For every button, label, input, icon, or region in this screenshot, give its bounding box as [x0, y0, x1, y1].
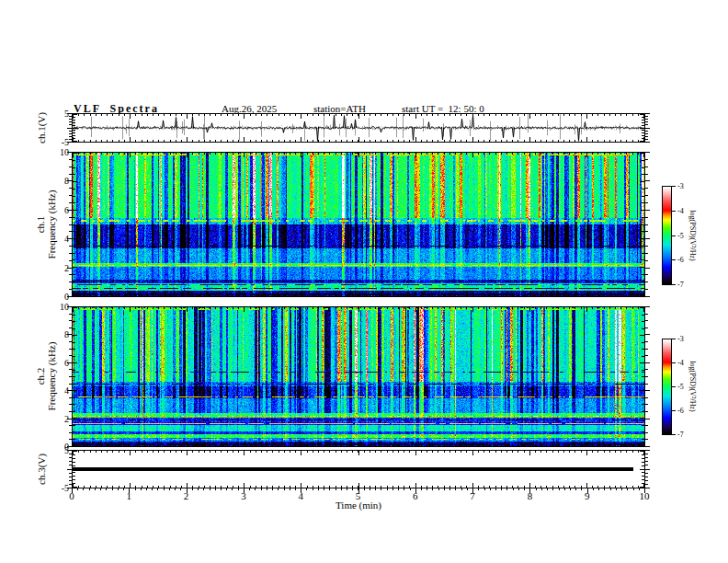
- y-minor-tick-mark: [69, 133, 72, 134]
- y-minor-tick-mark: [69, 306, 72, 307]
- y-minor-tick-mark: [645, 327, 648, 328]
- x-minor-tick-mark: [180, 488, 181, 490]
- y-minor-tick-mark: [69, 465, 72, 465]
- y-minor-tick-mark: [645, 231, 648, 232]
- y-minor-tick-mark: [69, 439, 72, 440]
- y-minor-tick-mark: [69, 159, 72, 160]
- colorbar-tick-mark: [672, 434, 676, 435]
- y-minor-tick-mark: [645, 314, 648, 315]
- x-minor-tick-mark: [100, 488, 101, 490]
- y-minor-tick-mark: [645, 306, 648, 307]
- y-minor-tick-mark: [69, 469, 72, 470]
- y-minor-tick-mark: [69, 119, 72, 120]
- x-minor-tick-mark: [278, 488, 279, 490]
- x-minor-tick-mark: [290, 488, 290, 490]
- colorbar-tick-mark: [672, 186, 676, 187]
- y-minor-tick-mark: [69, 320, 72, 321]
- y-minor-tick-mark: [69, 480, 72, 481]
- x-minor-tick-mark: [564, 488, 565, 490]
- y-minor-tick-mark: [69, 142, 72, 143]
- x-minor-tick-mark: [364, 488, 365, 490]
- y-minor-tick-mark: [645, 167, 648, 167]
- y-minor-tick-mark: [645, 174, 648, 175]
- y-minor-tick-mark: [69, 296, 72, 297]
- y-minor-tick-mark: [645, 432, 648, 433]
- y-minor-tick-mark: [645, 349, 648, 350]
- y-minor-tick-mark: [645, 124, 648, 125]
- ch1-spec-ylabel-ch: ch.1: [35, 190, 46, 259]
- colorbar-tick-mark: [672, 284, 676, 285]
- y-minor-tick-mark: [69, 152, 72, 153]
- y-minor-tick-mark: [645, 152, 648, 153]
- x-minor-tick-mark: [152, 488, 153, 490]
- y-minor-tick-mark: [69, 174, 72, 175]
- ch2-spec-ylabel-freq: Frequency (kHz): [46, 342, 57, 411]
- y-minor-tick-mark: [645, 355, 648, 356]
- x-minor-tick-mark: [421, 488, 422, 490]
- x-minor-tick-mark: [518, 488, 519, 490]
- y-minor-tick-mark: [69, 139, 72, 140]
- y-minor-tick-mark: [645, 411, 648, 412]
- y-minor-tick-mark: [645, 384, 648, 385]
- x-minor-tick-mark: [232, 488, 233, 490]
- x-minor-tick-mark: [541, 488, 542, 490]
- y-minor-tick-mark: [645, 461, 648, 462]
- y-tick-label: 4: [49, 234, 69, 244]
- x-minor-tick-mark: [146, 488, 147, 490]
- colorbar-ch1: [662, 186, 672, 285]
- y-minor-tick-mark: [645, 136, 648, 137]
- y-minor-tick-mark: [645, 268, 648, 269]
- x-minor-tick-mark: [529, 488, 530, 490]
- y-minor-tick-mark: [645, 260, 648, 261]
- colorbar-tick-mark: [672, 362, 676, 363]
- x-minor-tick-mark: [621, 488, 622, 490]
- y-minor-tick-mark: [645, 121, 648, 122]
- y-minor-tick-mark: [645, 282, 648, 282]
- x-minor-tick-mark: [192, 488, 193, 490]
- y-minor-tick-mark: [645, 488, 648, 488]
- x-minor-tick-mark: [593, 488, 594, 490]
- y-minor-tick-mark: [645, 404, 648, 405]
- y-minor-tick-mark: [645, 477, 648, 477]
- colorbar-tick-label: -5: [677, 383, 684, 391]
- x-minor-tick-mark: [313, 488, 313, 490]
- x-minor-tick-mark: [438, 488, 439, 490]
- y-tick-label: 6: [49, 204, 69, 214]
- x-minor-tick-mark: [639, 488, 640, 490]
- x-minor-tick-mark: [295, 488, 296, 490]
- x-minor-tick-mark: [210, 488, 210, 490]
- colorbar-tick-label: -7: [677, 431, 684, 439]
- y-minor-tick-mark: [645, 390, 648, 391]
- ch3-ylabel: ch.3(V): [36, 454, 47, 485]
- y-minor-tick-mark: [645, 224, 648, 225]
- x-minor-tick-mark: [547, 488, 548, 490]
- x-minor-tick-mark: [106, 488, 107, 490]
- x-minor-tick-mark: [627, 488, 628, 490]
- colorbar-tick-label: -3: [677, 182, 684, 190]
- x-minor-tick-mark: [249, 488, 250, 490]
- y-minor-tick-mark: [69, 217, 72, 218]
- x-minor-tick-mark: [77, 488, 78, 490]
- x-minor-tick-mark: [370, 488, 370, 490]
- y-minor-tick-mark: [69, 411, 72, 412]
- y-minor-tick-mark: [645, 119, 648, 120]
- colorbar-tick-label: -3: [677, 335, 684, 343]
- y-minor-tick-mark: [69, 113, 72, 114]
- y-minor-tick-mark: [645, 210, 648, 211]
- x-minor-tick-mark: [164, 488, 165, 490]
- x-minor-tick-mark: [72, 488, 73, 490]
- y-minor-tick-mark: [69, 188, 72, 189]
- colorbar-ch1-gradient: [663, 187, 671, 284]
- y-minor-tick-mark: [69, 210, 72, 211]
- colorbar-tick-mark: [672, 211, 676, 212]
- y-minor-tick-mark: [645, 397, 648, 398]
- x-minor-tick-mark: [461, 488, 462, 490]
- x-minor-tick-mark: [633, 488, 634, 490]
- y-minor-tick-mark: [645, 320, 648, 321]
- x-minor-tick-mark: [570, 488, 571, 490]
- y-tick-label: 8: [49, 329, 69, 339]
- y-minor-tick-mark: [69, 341, 72, 342]
- y-minor-tick-mark: [69, 238, 72, 239]
- y-minor-tick-mark: [69, 432, 72, 433]
- y-minor-tick-mark: [645, 116, 648, 117]
